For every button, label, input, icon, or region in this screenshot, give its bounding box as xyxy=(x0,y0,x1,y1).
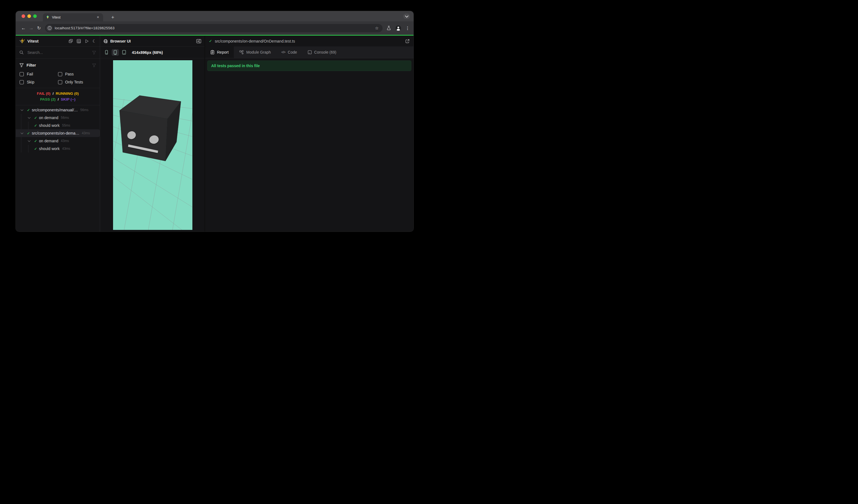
tab-close-icon[interactable]: ✕ xyxy=(96,15,100,20)
forward-button[interactable]: → xyxy=(27,24,35,32)
pass-count: PASS (2) xyxy=(40,97,55,101)
site-info-icon[interactable] xyxy=(46,25,52,31)
search-input[interactable]: Search... xyxy=(27,50,89,55)
chevron-down-icon[interactable] xyxy=(20,131,23,134)
dashboard-icon[interactable] xyxy=(77,39,81,43)
browser-ui-panel: Browser UI xyxy=(100,36,205,231)
clear-filter-icon[interactable] xyxy=(92,51,96,55)
collapse-panels-icon[interactable] xyxy=(68,39,73,43)
tab-module-graph[interactable]: Module Graph xyxy=(234,46,276,58)
report-tabs: Report Module Graph </> Code xyxy=(205,46,414,58)
test-summary: FAIL (0) / RUNNING (0) PASS (2) / SKIP (… xyxy=(16,88,100,105)
chevron-down-icon[interactable] xyxy=(28,139,30,142)
device-phone-plus-button[interactable] xyxy=(112,49,119,56)
test-duration: 56ms xyxy=(80,108,89,112)
report-panel: ✓ src/components/on-demand/OnDemand.test… xyxy=(205,36,414,231)
dark-mode-moon-icon[interactable]: ☾ xyxy=(93,39,96,43)
tab-console[interactable]: Console (69) xyxy=(302,46,341,58)
filter-checkbox-skip[interactable]: Skip xyxy=(20,80,58,84)
skip-count: SKIP (--) xyxy=(61,97,76,101)
fail-count: FAIL (0) xyxy=(37,92,50,96)
chevron-down-icon xyxy=(405,14,409,18)
device-tablet-button[interactable] xyxy=(121,49,128,56)
filter-checkbox-fail[interactable]: Fail xyxy=(20,72,58,76)
chevron-down-icon[interactable] xyxy=(28,116,30,118)
tree-item-file[interactable]: ✓ src/components/manual/… 56ms xyxy=(16,106,100,114)
search-icon xyxy=(19,50,24,55)
tab-search-button[interactable] xyxy=(403,14,410,19)
test-duration: 43ms xyxy=(62,147,70,151)
tree-item-suite[interactable]: ✓ on demand 43ms xyxy=(16,137,100,145)
filter-checkbox-only-tests[interactable]: Only Tests xyxy=(58,80,96,84)
browser-tab[interactable]: Vitest ✕ xyxy=(43,13,103,21)
search-bar[interactable]: Search... xyxy=(16,47,100,59)
tab-code[interactable]: </> Code xyxy=(276,46,302,58)
filter-section: Filter Fail Pass xyxy=(16,59,100,84)
test-file-path: src/components/on-demand/OnDemand.test.t… xyxy=(215,39,402,43)
globe-icon xyxy=(104,39,108,43)
vitest-sidebar: Vitest xyxy=(16,36,100,231)
pass-check-icon: ✓ xyxy=(32,139,39,143)
tab-title: Vitest xyxy=(52,15,96,19)
url-text[interactable]: localhost:5173/#/?file=1828625563 xyxy=(55,26,373,30)
tree-item-test[interactable]: ✓ should work 55ms xyxy=(16,121,100,129)
pass-check-icon: ✓ xyxy=(32,124,39,128)
checkbox-icon xyxy=(58,72,62,76)
tree-item-test[interactable]: ✓ should work 43ms xyxy=(16,145,100,152)
filter-funnel-icon xyxy=(19,63,24,67)
expand-panel-icon[interactable] xyxy=(196,39,201,43)
reload-button[interactable]: ↻ xyxy=(35,24,43,32)
pass-check-icon: ✓ xyxy=(32,116,39,120)
checkbox-icon xyxy=(58,80,62,84)
tree-item-suite[interactable]: ✓ on demand 56ms xyxy=(16,114,100,121)
vitest-logo xyxy=(19,38,25,44)
pass-check-icon: ✓ xyxy=(32,147,39,151)
experiments-flask-icon[interactable] xyxy=(386,26,391,30)
zoom-window-button[interactable] xyxy=(33,14,37,18)
pass-check-icon: ✓ xyxy=(25,108,32,112)
tree-item-file-selected[interactable]: ✓ src/components/on-dema… 43ms xyxy=(16,129,100,137)
test-duration: 43ms xyxy=(82,131,90,135)
pass-check-icon: ✓ xyxy=(25,131,32,135)
tested-app-viewport[interactable] xyxy=(113,60,192,230)
browser-window: Vitest ✕ + ← → ↻ localhost:5173/#/?file=… xyxy=(16,11,414,231)
checkbox-icon xyxy=(20,80,24,84)
browser-ui-title: Browser UI xyxy=(110,39,194,43)
chevron-down-icon[interactable] xyxy=(20,108,23,111)
address-bar[interactable]: localhost:5173/#/?file=1828625563 ☆ xyxy=(45,24,383,32)
test-duration: 43ms xyxy=(61,139,69,143)
filter-title: Filter xyxy=(27,63,89,67)
close-window-button[interactable] xyxy=(21,14,25,18)
viewport-size-label: 414x896px (68%) xyxy=(132,50,163,55)
back-button[interactable]: ← xyxy=(20,24,27,32)
filter-checkbox-pass[interactable]: Pass xyxy=(58,72,96,76)
run-all-play-icon[interactable] xyxy=(84,39,89,43)
test-tree: ✓ src/components/manual/… 56ms ✓ on dema… xyxy=(16,105,100,231)
traffic-lights xyxy=(21,14,37,18)
device-toolbar: 414x896px (68%) xyxy=(100,47,205,58)
vitest-favicon xyxy=(46,15,50,19)
running-count: RUNNING (0) xyxy=(55,92,79,96)
app-title: Vitest xyxy=(27,39,68,43)
test-viewport-area xyxy=(100,58,205,231)
code-icon: </> xyxy=(281,50,285,54)
new-tab-button[interactable]: + xyxy=(109,13,117,21)
device-phone-small-button[interactable] xyxy=(103,49,110,56)
all-tests-passed-banner: All tests passed in this file xyxy=(207,61,411,71)
tab-strip: Vitest ✕ + xyxy=(16,11,414,21)
profile-avatar[interactable] xyxy=(396,26,401,31)
browser-menu-kebab-icon[interactable]: ⋮ xyxy=(406,26,410,31)
filter-clear-icon[interactable] xyxy=(92,63,96,67)
minimize-window-button[interactable] xyxy=(27,14,31,18)
tab-report[interactable]: Report xyxy=(205,46,234,58)
file-pass-check-icon: ✓ xyxy=(209,39,212,43)
test-duration: 56ms xyxy=(61,116,69,120)
open-external-icon[interactable] xyxy=(405,39,410,43)
checkbox-icon xyxy=(20,72,24,76)
test-duration: 55ms xyxy=(62,124,70,127)
browser-toolbar: ← → ↻ localhost:5173/#/?file=1828625563 … xyxy=(16,21,414,35)
bookmark-star-icon[interactable]: ☆ xyxy=(373,26,381,31)
